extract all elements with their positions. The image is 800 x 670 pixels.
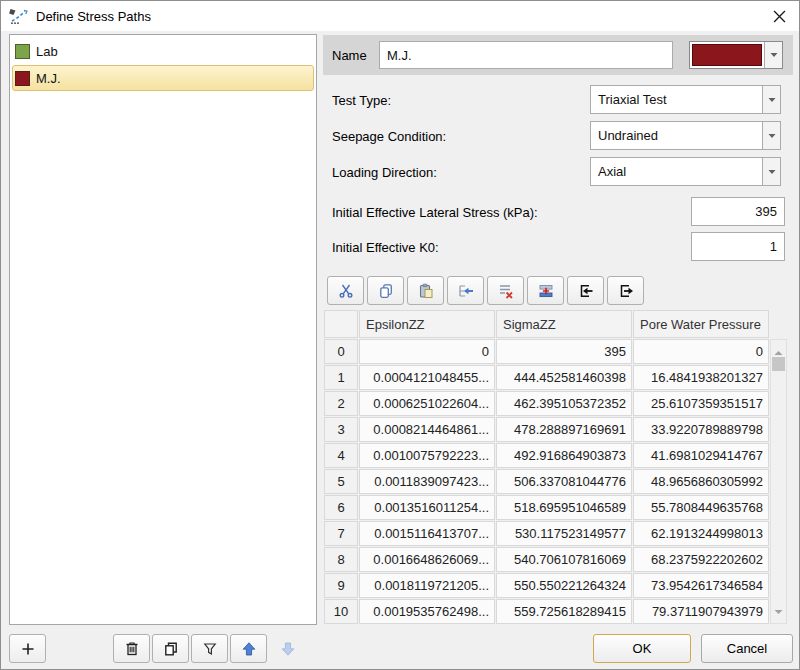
table-cell[interactable]: 0.0006251022604... <box>359 391 495 416</box>
table-cell[interactable]: 550.550221264324 <box>496 573 632 598</box>
color-picker[interactable] <box>689 41 783 69</box>
table-cell[interactable]: 506.337081044776 <box>496 469 632 494</box>
table-cell[interactable]: 492.916864903873 <box>496 443 632 468</box>
test-type-select[interactable]: Triaxial Test <box>590 85 781 114</box>
stress-path-item[interactable]: M.J. <box>12 65 314 91</box>
table-cell[interactable]: 0 <box>359 339 495 364</box>
name-input[interactable]: M.J. <box>379 41 673 69</box>
table-cell[interactable]: 16.4841938201327 <box>633 365 769 390</box>
row-index[interactable]: 10 <box>324 599 358 624</box>
row-index[interactable]: 9 <box>324 573 358 598</box>
table-cell[interactable]: 559.725618289415 <box>496 599 632 624</box>
table-cell[interactable]: 530.117523149577 <box>496 521 632 546</box>
duplicate-icon <box>163 641 179 657</box>
table-row: 100.0019535762498...559.72561828941579.3… <box>324 599 788 624</box>
seepage-condition-row: Seepage Condition: Undrained <box>323 121 793 150</box>
filter-stress-paths-button[interactable] <box>191 634 228 663</box>
loading-direction-select[interactable]: Axial <box>590 157 781 186</box>
table-row: 10.0004121048455...444.45258146039816.48… <box>324 365 788 390</box>
stress-path-icon <box>9 7 29 25</box>
delete-stress-path-button[interactable] <box>113 634 150 663</box>
table-toolbar <box>327 276 644 305</box>
k0-row: Initial Effective K0: 1 <box>323 232 793 261</box>
table-cell[interactable]: 0.0004121048455... <box>359 365 495 390</box>
table-row: 80.0016648626069...540.70610781606968.23… <box>324 547 788 572</box>
paste-button[interactable] <box>407 276 444 305</box>
row-index[interactable]: 4 <box>324 443 358 468</box>
table-cell[interactable]: 0.0008214464861... <box>359 417 495 442</box>
row-index[interactable]: 0 <box>324 339 358 364</box>
table-cell[interactable]: 0.0015116413707... <box>359 521 495 546</box>
insert-row-button[interactable] <box>447 276 484 305</box>
move-up-button[interactable] <box>230 634 267 663</box>
table-cell[interactable]: 41.6981029414767 <box>633 443 769 468</box>
row-index[interactable]: 5 <box>324 469 358 494</box>
lateral-stress-input[interactable]: 395 <box>691 197 785 226</box>
row-index[interactable]: 1 <box>324 365 358 390</box>
table-cell[interactable]: 79.3711907943979 <box>633 599 769 624</box>
table-cell[interactable]: 25.6107359351517 <box>633 391 769 416</box>
table-cell[interactable]: 478.288897169691 <box>496 417 632 442</box>
table-cell[interactable]: 55.7808449635768 <box>633 495 769 520</box>
stress-path-item[interactable]: Lab <box>12 38 314 64</box>
test-type-row: Test Type: Triaxial Test <box>323 85 793 114</box>
row-index[interactable]: 8 <box>324 547 358 572</box>
color-swatch <box>15 71 30 86</box>
add-stress-path-button[interactable] <box>9 634 46 663</box>
delete-row-button[interactable] <box>487 276 524 305</box>
table-cell[interactable]: 0.0018119721205... <box>359 573 495 598</box>
table-cell[interactable]: 0.0010075792223... <box>359 443 495 468</box>
define-stress-paths-dialog: Define Stress Paths LabM.J. Name M.J. Te… <box>0 0 800 670</box>
column-header[interactable]: EpsilonZZ <box>359 310 495 338</box>
scrollbar-thumb[interactable] <box>772 357 785 371</box>
import-button[interactable] <box>567 276 604 305</box>
row-index[interactable]: 6 <box>324 495 358 520</box>
k0-input[interactable]: 1 <box>691 232 785 261</box>
table-row: 60.0013516011254...518.69595104658955.78… <box>324 495 788 520</box>
column-header[interactable]: SigmaZZ <box>496 310 632 338</box>
duplicate-stress-path-button[interactable] <box>152 634 189 663</box>
table-cell[interactable]: 0.0016648626069... <box>359 547 495 572</box>
add-row-button[interactable] <box>527 276 564 305</box>
cut-button[interactable] <box>327 276 364 305</box>
row-index[interactable]: 2 <box>324 391 358 416</box>
loading-direction-label: Loading Direction: <box>332 164 437 179</box>
table-cell[interactable]: 518.695951046589 <box>496 495 632 520</box>
row-index[interactable]: 7 <box>324 521 358 546</box>
add-row-icon <box>538 283 554 299</box>
stress-path-list[interactable]: LabM.J. <box>9 34 317 625</box>
table-cell[interactable]: 0.0019535762498... <box>359 599 495 624</box>
table-header-row: EpsilonZZSigmaZZPore Water Pressure <box>324 310 788 338</box>
row-index[interactable]: 3 <box>324 417 358 442</box>
chevron-down-icon <box>762 122 780 149</box>
table-cell[interactable]: 462.395105372352 <box>496 391 632 416</box>
copy-button[interactable] <box>367 276 404 305</box>
table-cell[interactable]: 68.2375922202602 <box>633 547 769 572</box>
stress-path-detail-panel: Name M.J. Test Type: Triaxial Test Seepa… <box>323 1 793 670</box>
table-scrollbar[interactable] <box>770 339 787 624</box>
list-actions-toolbar <box>113 634 306 663</box>
ok-button[interactable]: OK <box>593 634 691 663</box>
table-cell[interactable]: 62.1913244998013 <box>633 521 769 546</box>
k0-label: Initial Effective K0: <box>332 239 439 254</box>
loading-direction-row: Loading Direction: Axial <box>323 157 793 186</box>
scroll-down-icon[interactable] <box>773 602 784 620</box>
table-cell[interactable]: 0.0013516011254... <box>359 495 495 520</box>
delete-row-icon <box>498 283 514 299</box>
table-cell[interactable]: 540.706107816069 <box>496 547 632 572</box>
table-cell[interactable]: 0 <box>633 339 769 364</box>
column-header[interactable]: Pore Water Pressure <box>633 310 769 338</box>
export-button[interactable] <box>607 276 644 305</box>
table-cell[interactable]: 33.9220789889798 <box>633 417 769 442</box>
table-cell[interactable]: 48.9656860305992 <box>633 469 769 494</box>
table-cell[interactable]: 395 <box>496 339 632 364</box>
stress-path-label: Lab <box>36 44 58 59</box>
table-row: 70.0015116413707...530.11752314957762.19… <box>324 521 788 546</box>
table-cell[interactable]: 444.452581460398 <box>496 365 632 390</box>
seepage-condition-select[interactable]: Undrained <box>590 121 781 150</box>
cancel-button[interactable]: Cancel <box>701 634 793 663</box>
table-cell[interactable]: 0.0011839097423... <box>359 469 495 494</box>
table-cell[interactable]: 73.9542617346584 <box>633 573 769 598</box>
column-header[interactable] <box>324 310 358 338</box>
move-down-button[interactable] <box>269 634 306 663</box>
